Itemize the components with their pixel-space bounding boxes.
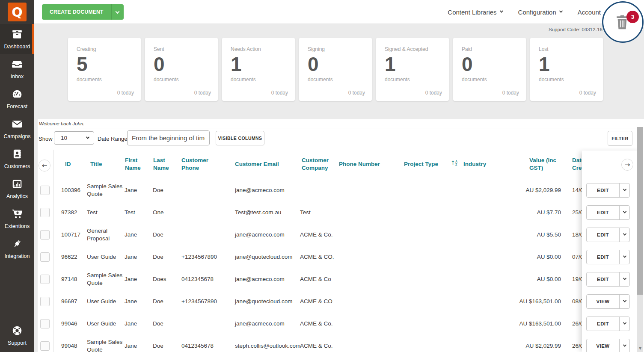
sidebar-item-dashboard[interactable]: Dashboard (0, 24, 34, 54)
column-header-industry[interactable]: Industry (463, 150, 486, 179)
row-action-button[interactable]: VIEW (586, 294, 630, 309)
row-action-dropdown[interactable] (619, 250, 629, 264)
visible-columns-button[interactable]: VISIBLE COLUMNS (216, 131, 264, 145)
gauge-icon (12, 89, 23, 101)
sidebar-item-extentions[interactable]: Extentions (0, 204, 34, 234)
row-action-dropdown[interactable] (619, 339, 629, 352)
sidebar-item-forecast[interactable]: Forecast (0, 84, 34, 114)
create-document-dropdown[interactable] (111, 4, 124, 20)
cell-title: Sample Sales Quote (87, 338, 124, 352)
row-action-label[interactable]: EDIT (587, 250, 619, 264)
row-action-label[interactable]: EDIT (587, 272, 619, 286)
column-header-first-name[interactable]: First Name (125, 150, 145, 179)
sidebar-item-analytics[interactable]: Analytics (0, 174, 34, 204)
sidebar-item-integration[interactable]: Integration (0, 234, 34, 263)
cell-customer-phone: 0412345678 (181, 275, 226, 283)
row-action-button[interactable]: EDIT (586, 228, 630, 242)
filter-button[interactable]: FILTER (608, 131, 632, 146)
row-action-label[interactable]: EDIT (587, 183, 619, 197)
row-action-dropdown[interactable] (619, 295, 629, 308)
row-checkbox[interactable] (40, 297, 50, 306)
column-header-id[interactable]: ID (65, 150, 71, 179)
stat-today: 0 today (502, 90, 519, 96)
column-header-customer-email[interactable]: Customer Email (235, 150, 279, 179)
row-checkbox[interactable] (40, 230, 50, 240)
row-action-dropdown[interactable] (619, 228, 629, 242)
cell-value: AU $2,029.99 (498, 186, 561, 194)
cell-id: 99046 (61, 320, 85, 328)
table-header: ← ID Title First Name Last Name Customer… (38, 150, 644, 179)
row-action-label[interactable]: EDIT (587, 228, 619, 242)
row-checkbox[interactable] (40, 252, 50, 262)
column-header-customer-phone[interactable]: Customer Phone (181, 150, 216, 179)
scroll-columns-right-button[interactable]: → (621, 159, 633, 171)
row-action-dropdown[interactable] (619, 272, 629, 286)
support-code: Support Code: 04312-16 (549, 27, 602, 32)
cell-value: AU $0.00 (498, 253, 561, 261)
row-action-button[interactable]: EDIT (586, 205, 630, 220)
scrollbar-thumb[interactable] (637, 127, 643, 295)
row-action-button[interactable]: VIEW (586, 339, 630, 352)
stat-unit: documents (77, 77, 132, 83)
sidebar-item-label: Analytics (6, 193, 28, 199)
row-action-label[interactable]: VIEW (587, 295, 619, 308)
row-action-label[interactable]: EDIT (587, 317, 619, 331)
cell-value: AU $7.70 (498, 209, 561, 216)
scrollbar-down-arrow[interactable]: ▼ (637, 345, 643, 351)
column-header-project-type[interactable]: Project Type (404, 150, 438, 179)
date-range-input[interactable] (127, 130, 210, 145)
row-action-dropdown[interactable] (619, 183, 629, 197)
sidebar-item-support[interactable]: Support (0, 320, 34, 350)
scroll-columns-left-button[interactable]: ← (39, 160, 50, 172)
row-checkbox[interactable] (40, 319, 50, 328)
sidebar-item-customers[interactable]: Customers (0, 144, 34, 174)
sort-az-icon[interactable]: ↑AZ (451, 160, 457, 166)
table-controls: Show 10 Date Range VISIBLE COLUMNS FILTE… (38, 128, 644, 150)
nav-content-libraries[interactable]: Content Libraries (444, 9, 506, 16)
sidebar-item-inbox[interactable]: Inbox (0, 54, 34, 84)
column-header-last-name[interactable]: Last Name (153, 150, 173, 179)
sidebar-item-campaigns[interactable]: Campaigns (0, 114, 34, 144)
cell-first-name: Jane (125, 275, 148, 283)
nav-configuration[interactable]: Configuration (515, 9, 566, 16)
show-entries-select[interactable]: 10 (54, 131, 94, 145)
stat-card[interactable]: Paid 0 documents 0 today (453, 38, 526, 101)
column-header-customer-company[interactable]: Customer Company (302, 150, 336, 179)
app-logo[interactable]: Q (0, 0, 34, 24)
cell-value: AU $163,501.00 (498, 320, 561, 328)
row-checkbox[interactable] (40, 208, 50, 217)
row-checkbox[interactable] (40, 275, 50, 284)
stat-card[interactable]: Creating 5 documents 0 today (68, 38, 141, 101)
row-action-button[interactable]: EDIT (586, 317, 630, 331)
stat-card[interactable]: Lost 1 documents 0 today (530, 38, 603, 101)
stat-unit: documents (308, 77, 363, 83)
row-action-button[interactable]: EDIT (586, 250, 630, 264)
row-checkbox[interactable] (40, 341, 50, 351)
row-action-label[interactable]: VIEW (587, 339, 619, 352)
create-document-button[interactable]: CREATE DOCUMENT (42, 4, 124, 20)
column-header-value[interactable]: Value (inc GST) (529, 150, 565, 179)
stat-card[interactable]: Signed & Accepted 1 documents 0 today (376, 38, 449, 101)
cell-last-name: Doe (153, 342, 178, 350)
row-action-button[interactable]: EDIT (586, 183, 630, 198)
cell-customer-company: Test (300, 209, 351, 216)
address-book-icon (12, 148, 23, 161)
deleted-documents-button[interactable]: 3 (602, 1, 644, 43)
stat-card[interactable]: Sent 0 documents 0 today (145, 38, 218, 101)
sidebar-item-label: Campaigns (3, 133, 30, 139)
column-header-title[interactable]: Title (90, 150, 102, 179)
nav-account[interactable]: Account (574, 9, 604, 16)
row-checkbox[interactable] (40, 186, 50, 195)
stat-count: 0 (308, 53, 363, 76)
row-action-dropdown[interactable] (619, 317, 629, 331)
stat-card[interactable]: Signing 0 documents 0 today (299, 38, 372, 101)
stat-card[interactable]: Needs Action 1 documents 0 today (222, 38, 295, 101)
row-action-label[interactable]: EDIT (587, 206, 619, 219)
create-document-label[interactable]: CREATE DOCUMENT (42, 4, 111, 20)
vertical-scrollbar[interactable]: ▼ (637, 127, 643, 352)
row-action-button[interactable]: EDIT (586, 272, 630, 287)
row-action-dropdown[interactable] (619, 206, 629, 219)
cell-customer-company: ACME & Co. (300, 231, 351, 239)
column-header-phone-number[interactable]: Phone Number (339, 150, 380, 179)
stat-count: 1 (385, 53, 440, 76)
